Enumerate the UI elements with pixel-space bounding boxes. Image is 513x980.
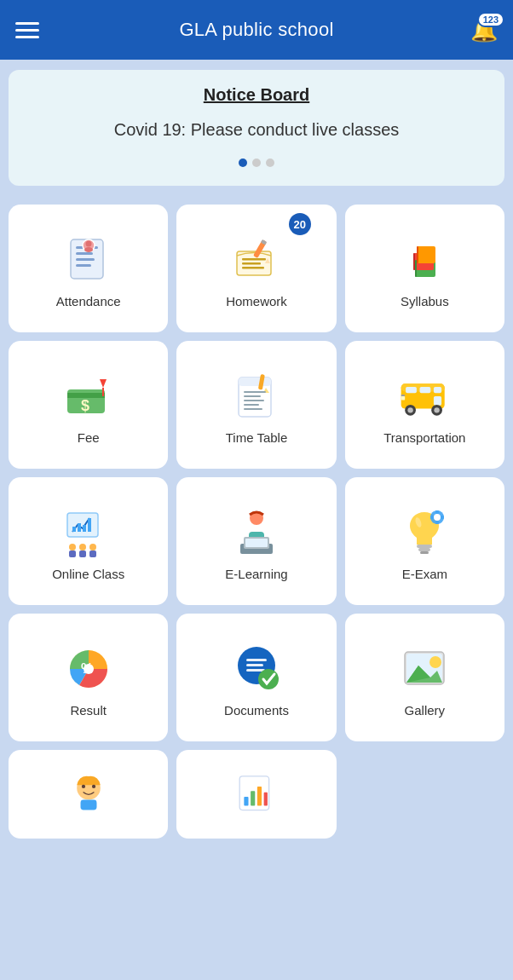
grid-item-attendance[interactable]: Attendance <box>9 205 168 332</box>
svg-rect-69 <box>435 521 439 524</box>
svg-rect-93 <box>257 787 262 805</box>
svg-rect-39 <box>434 386 441 392</box>
svg-point-87 <box>81 785 84 788</box>
svg-rect-77 <box>246 659 267 661</box>
grid-item-gallery[interactable]: Gallery <box>345 614 504 741</box>
homework-badge: 20 <box>289 213 311 235</box>
svg-rect-19 <box>413 253 415 270</box>
svg-rect-34 <box>244 408 262 410</box>
svg-rect-71 <box>441 516 444 519</box>
svg-rect-32 <box>244 400 264 401</box>
svg-rect-70 <box>430 516 434 519</box>
grid-item-result[interactable]: % Result <box>9 614 168 741</box>
svg-rect-53 <box>69 551 76 557</box>
eexam-icon <box>398 505 451 558</box>
result-icon: % <box>62 642 115 695</box>
attendance-label: Attendance <box>56 294 121 308</box>
notification-badge: 123 <box>477 12 504 27</box>
grid-item-profile[interactable] <box>9 750 168 839</box>
svg-text:$: $ <box>81 397 89 414</box>
notice-dots <box>26 159 487 167</box>
svg-point-67 <box>434 514 441 521</box>
grid-item-elearning[interactable]: E-Learning <box>176 477 336 605</box>
homework-label: Homework <box>226 294 287 308</box>
documents-icon <box>230 642 283 695</box>
attendance-icon <box>62 233 115 285</box>
svg-point-75 <box>84 664 94 674</box>
svg-rect-68 <box>435 510 439 514</box>
onlineclass-icon <box>62 505 115 558</box>
homework-icon <box>230 233 283 285</box>
elearning-label: E-Learning <box>225 567 287 581</box>
svg-rect-94 <box>264 793 268 806</box>
svg-rect-37 <box>406 386 417 392</box>
notice-board: Notice Board Covid 19: Please conduct li… <box>9 70 504 186</box>
profile-icon <box>62 765 115 818</box>
grid-item-homework[interactable]: 20 Homework <box>176 205 336 332</box>
notice-board-title: Notice Board <box>26 85 487 105</box>
svg-point-52 <box>69 544 76 551</box>
svg-rect-45 <box>401 395 406 400</box>
notice-board-message: Covid 19: Please conduct live classes <box>26 120 487 140</box>
svg-rect-57 <box>89 551 96 557</box>
timetable-icon <box>230 369 283 422</box>
svg-rect-91 <box>244 797 248 805</box>
svg-point-54 <box>79 544 86 551</box>
gallery-icon <box>398 642 451 695</box>
svg-rect-31 <box>244 395 261 397</box>
notification-bell[interactable]: 🔔 123 <box>470 17 498 43</box>
dot-1[interactable] <box>239 159 247 167</box>
svg-rect-9 <box>242 258 266 261</box>
svg-point-42 <box>408 407 413 412</box>
grid-item-documents[interactable]: Documents <box>176 614 336 741</box>
fee-label: Fee <box>78 430 100 445</box>
grid-item-report[interactable] <box>176 750 336 839</box>
svg-rect-46 <box>401 395 406 396</box>
svg-rect-10 <box>242 262 261 265</box>
svg-rect-3 <box>76 258 95 261</box>
syllabus-icon <box>398 233 451 285</box>
svg-point-88 <box>92 785 95 788</box>
svg-point-44 <box>435 407 440 412</box>
svg-rect-64 <box>418 548 430 551</box>
grid-item-timetable[interactable]: Time Table <box>176 341 336 469</box>
svg-rect-17 <box>417 246 435 263</box>
svg-rect-63 <box>417 545 432 548</box>
svg-marker-24 <box>100 379 107 388</box>
svg-rect-25 <box>102 388 104 396</box>
dot-2[interactable] <box>252 159 261 167</box>
app-title: GLA public school <box>179 19 333 41</box>
result-label: Result <box>70 703 107 718</box>
grid-item-eexam[interactable]: E-Exam <box>345 477 504 605</box>
hamburger-menu[interactable] <box>15 22 39 38</box>
grid-item-fee[interactable]: $ Fee <box>9 341 168 469</box>
svg-rect-20 <box>417 246 418 263</box>
eexam-label: E-Exam <box>402 567 447 581</box>
menu-grid: Attendance 20 Homework <box>0 196 513 850</box>
transportation-label: Transportation <box>383 430 465 445</box>
grid-item-onlineclass[interactable]: Online Class <box>9 477 168 605</box>
svg-point-6 <box>85 240 91 246</box>
svg-point-80 <box>258 669 279 689</box>
svg-rect-78 <box>246 664 263 666</box>
documents-label: Documents <box>224 703 289 718</box>
dot-3[interactable] <box>266 159 274 167</box>
svg-point-56 <box>89 544 96 551</box>
report-icon <box>230 765 283 818</box>
svg-rect-62 <box>245 539 268 547</box>
svg-point-83 <box>429 656 441 668</box>
svg-rect-49 <box>78 523 81 532</box>
svg-rect-4 <box>76 264 91 267</box>
elearning-icon <box>230 505 283 558</box>
grid-item-transportation[interactable]: Transportation <box>345 341 504 469</box>
onlineclass-label: Online Class <box>52 567 124 581</box>
svg-point-7 <box>84 247 93 252</box>
timetable-label: Time Table <box>226 430 288 445</box>
gallery-label: Gallery <box>405 703 446 718</box>
svg-rect-50 <box>83 525 86 532</box>
transportation-icon <box>398 369 451 422</box>
svg-rect-38 <box>420 386 431 392</box>
svg-rect-48 <box>72 527 76 532</box>
svg-rect-18 <box>415 260 417 277</box>
grid-item-syllabus[interactable]: Syllabus <box>345 205 504 332</box>
